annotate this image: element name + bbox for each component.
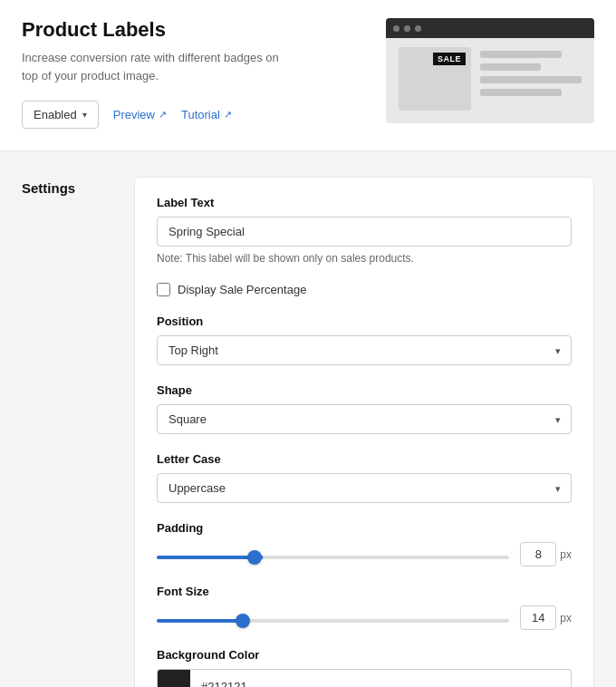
header-section: Product Labels Increase conversion rate … [0,0,616,151]
preview-link[interactable]: Preview ↗ [113,108,167,121]
font-size-group: Font Size px [157,585,572,630]
position-select[interactable]: Top Right Top Left Bottom Right Bottom L… [157,335,572,365]
font-size-slider-wrapper [157,611,509,625]
font-size-label: Font Size [157,585,572,598]
background-color-swatch[interactable] [158,670,190,687]
external-link-icon: ↗ [224,109,232,121]
preview-body: SALE [386,38,594,123]
preview-line-4 [480,89,562,96]
tutorial-label: Tutorial [181,108,220,121]
sale-badge: SALE [433,53,466,65]
preview-content-lines [480,47,582,111]
font-size-value-input[interactable] [520,605,556,630]
settings-section-label: Settings [22,177,112,687]
preview-image: SALE [399,47,471,111]
enabled-label: Enabled [34,108,77,121]
preview-line-3 [480,76,582,83]
letter-case-label: Letter Case [157,452,572,466]
page-description: Increase conversion rate with different … [22,49,294,84]
display-sale-percentage-label[interactable]: Display Sale Percentage [178,283,306,296]
shape-label: Shape [157,383,572,397]
font-size-slider-row: px [157,605,572,630]
external-link-icon: ↗ [159,109,167,121]
enabled-button[interactable]: Enabled ▾ [22,101,99,129]
letter-case-select-wrapper: Uppercase Lowercase Capitalize ▾ [157,473,572,503]
chevron-down-icon: ▾ [82,110,87,120]
padding-slider-wrapper [157,547,509,562]
position-group: Position Top Right Top Left Bottom Right… [157,314,572,365]
label-note: Note: This label will be shown only on s… [157,252,572,265]
preview-card: SALE [386,18,594,123]
padding-value-input[interactable] [520,542,556,566]
header-left: Product Labels Increase conversion rate … [22,18,368,129]
background-color-row [157,669,572,687]
background-color-input[interactable] [190,680,571,688]
padding-value-box: px [520,542,572,566]
padding-unit: px [560,548,572,561]
preview-label: Preview [113,108,155,121]
background-color-group: Background Color [157,648,572,687]
preview-line-1 [480,51,562,58]
padding-slider-row: px [157,542,572,566]
shape-select-wrapper: Square Circle Rounded ▾ [157,404,572,434]
padding-group: Padding px [157,521,572,566]
label-text-input[interactable] [157,217,572,247]
page-title: Product Labels [22,18,368,42]
label-text-group: Label Text Note: This label will be show… [157,196,572,265]
dot-2 [404,25,410,32]
dot-1 [393,25,399,32]
display-sale-percentage-checkbox[interactable] [157,283,170,296]
tutorial-link[interactable]: Tutorial ↗ [181,108,232,121]
shape-select[interactable]: Square Circle Rounded [157,404,572,434]
padding-slider[interactable] [157,556,509,559]
font-size-unit: px [560,612,572,624]
position-select-wrapper: Top Right Top Left Bottom Right Bottom L… [157,335,572,365]
shape-group: Shape Square Circle Rounded ▾ [157,383,572,434]
header-actions: Enabled ▾ Preview ↗ Tutorial ↗ [22,101,368,129]
browser-bar [386,18,594,38]
letter-case-group: Letter Case Uppercase Lowercase Capitali… [157,452,572,503]
letter-case-select[interactable]: Uppercase Lowercase Capitalize [157,473,572,503]
label-text-label: Label Text [157,196,572,209]
font-size-slider[interactable] [157,619,509,623]
preview-line-2 [480,63,541,71]
position-label: Position [157,314,572,328]
settings-panel: Label Text Note: This label will be show… [134,177,594,687]
display-sale-percentage-row: Display Sale Percentage [157,283,572,296]
main-content: Settings Label Text Note: This label wil… [0,151,616,687]
font-size-value-box: px [520,605,572,630]
dot-3 [415,25,421,32]
background-color-label: Background Color [157,648,572,662]
padding-label: Padding [157,521,572,535]
